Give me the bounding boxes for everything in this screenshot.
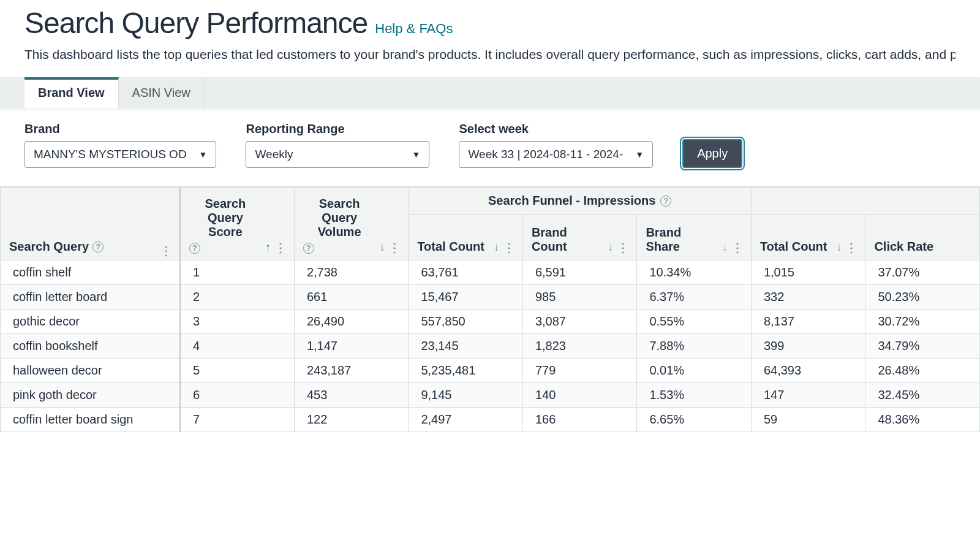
table-row: coffin bookshelf41,14723,1451,8237.88%39… (1, 334, 980, 359)
cell-bs: 6.37% (637, 285, 752, 310)
help-icon[interactable]: ? (303, 243, 314, 254)
column-menu-icon[interactable]: ⋮ (731, 245, 742, 251)
reporting-range-value: Weekly (255, 148, 293, 161)
reporting-range-select[interactable]: Weekly ▼ (246, 141, 429, 168)
cell-score: 6 (180, 383, 295, 408)
cell-cr: 26.48% (865, 359, 980, 383)
help-icon[interactable]: ? (92, 241, 104, 253)
cell-score: 4 (180, 334, 295, 359)
cell-volume: 1,147 (294, 334, 409, 359)
cell-bc: 166 (522, 408, 637, 432)
cell-bc: 6,591 (522, 260, 637, 285)
sort-descending-icon[interactable]: ↓ (836, 241, 842, 254)
cell-bs: 6.65% (637, 408, 752, 432)
apply-button[interactable]: Apply (682, 139, 742, 168)
query-table: Search Query ? ⋮ Search Query Score ? ↑ … (0, 187, 980, 432)
cell-query: coffin shelf (1, 260, 180, 285)
help-icon[interactable]: ? (189, 243, 200, 254)
cell-tc2: 64,393 (751, 359, 865, 383)
cell-cr: 48.36% (865, 408, 980, 432)
page-title: Search Query Performance (24, 6, 368, 40)
cell-tc2: 399 (751, 334, 865, 359)
cell-bc: 3,087 (522, 310, 637, 334)
table-row: coffin letter board266115,4679856.37%332… (1, 285, 980, 310)
cell-tc: 23,145 (409, 334, 523, 359)
group-impressions: Search Funnel - Impressions (488, 194, 655, 208)
sort-descending-icon[interactable]: ↓ (494, 241, 499, 254)
cell-bc: 140 (522, 383, 637, 408)
sort-descending-icon[interactable]: ↓ (722, 241, 728, 254)
cell-cr: 34.79% (865, 334, 980, 359)
cell-query: gothic decor (1, 310, 180, 334)
cell-score: 7 (180, 408, 295, 432)
cell-query: coffin letter board (1, 285, 180, 310)
sort-descending-icon[interactable]: ↓ (608, 241, 613, 254)
filters-row: Brand MANNY'S MYSTERIOUS OD ▼ Reporting … (0, 108, 980, 186)
cell-tc: 9,145 (409, 383, 523, 408)
cell-cr: 32.45% (865, 383, 980, 408)
cell-tc: 2,497 (409, 408, 523, 432)
cell-score: 3 (180, 310, 295, 334)
select-week-label: Select week (459, 122, 653, 136)
brand-select[interactable]: MANNY'S MYSTERIOUS OD ▼ (24, 141, 216, 168)
column-menu-icon[interactable]: ⋮ (388, 245, 399, 251)
help-faqs-link[interactable]: Help & FAQs (375, 21, 453, 37)
cell-bc: 985 (522, 285, 637, 310)
cell-volume: 122 (294, 408, 409, 432)
cell-cr: 30.72% (865, 310, 980, 334)
cell-query: halloween decor (1, 359, 180, 383)
tab-asin-view[interactable]: ASIN View (119, 77, 205, 108)
cell-bs: 0.55% (637, 310, 752, 334)
cell-bs: 0.01% (637, 359, 752, 383)
cell-tc: 557,850 (409, 310, 523, 334)
tabs-bar: Brand View ASIN View (0, 77, 980, 108)
cell-bs: 1.53% (637, 383, 752, 408)
cell-bc: 1,823 (522, 334, 637, 359)
cell-bs: 7.88% (637, 334, 752, 359)
col-volume: Search Query Volume (303, 197, 376, 239)
col-total-count-2: Total Count (760, 240, 827, 254)
column-menu-icon[interactable]: ⋮ (503, 245, 514, 251)
tab-brand-view[interactable]: Brand View (24, 77, 119, 108)
col-score: Search Query Score (189, 197, 262, 239)
cell-volume: 661 (294, 285, 409, 310)
cell-tc2: 59 (751, 408, 865, 432)
chevron-down-icon: ▼ (199, 150, 208, 159)
cell-volume: 26,490 (294, 310, 409, 334)
reporting-range-label: Reporting Range (246, 122, 429, 136)
col-brand-count: Brand Count (532, 226, 605, 254)
help-icon[interactable]: ? (660, 196, 671, 207)
cell-query: coffin bookshelf (1, 334, 180, 359)
cell-query: coffin letter board sign (1, 408, 180, 432)
week-select[interactable]: Week 33 | 2024-08-11 - 2024- ▼ (459, 141, 653, 168)
column-menu-icon[interactable]: ⋮ (845, 245, 856, 251)
cell-tc: 63,761 (409, 260, 523, 285)
cell-tc2: 147 (751, 383, 865, 408)
week-select-value: Week 33 | 2024-08-11 - 2024- (468, 148, 623, 161)
column-menu-icon[interactable]: ⋮ (160, 248, 171, 254)
sort-descending-icon[interactable]: ↓ (379, 241, 385, 254)
chevron-down-icon: ▼ (635, 150, 644, 159)
column-menu-icon[interactable]: ⋮ (274, 245, 285, 251)
sort-ascending-icon[interactable]: ↑ (265, 241, 271, 254)
brand-label: Brand (24, 122, 216, 136)
cell-tc: 5,235,481 (409, 359, 523, 383)
chevron-down-icon: ▼ (412, 150, 421, 159)
col-total-count: Total Count (417, 240, 484, 254)
page-description: This dashboard lists the top queries tha… (24, 46, 956, 63)
brand-select-value: MANNY'S MYSTERIOUS OD (34, 148, 187, 161)
cell-query: pink goth decor (1, 383, 180, 408)
col-click-rate: Click Rate (874, 240, 933, 254)
cell-cr: 50.23% (865, 285, 980, 310)
table-row: pink goth decor64539,1451401.53%14732.45… (1, 383, 980, 408)
cell-score: 5 (180, 359, 295, 383)
cell-bs: 10.34% (637, 260, 752, 285)
table-row: halloween decor5243,1875,235,4817790.01%… (1, 359, 980, 383)
table-row: coffin letter board sign71222,4971666.65… (1, 408, 980, 432)
cell-tc2: 1,015 (751, 260, 865, 285)
cell-bc: 779 (522, 359, 637, 383)
table-row: coffin shelf12,73863,7616,59110.34%1,015… (1, 260, 980, 285)
cell-volume: 243,187 (294, 359, 409, 383)
column-menu-icon[interactable]: ⋮ (617, 245, 628, 251)
col-brand-share: Brand Share (646, 226, 718, 254)
